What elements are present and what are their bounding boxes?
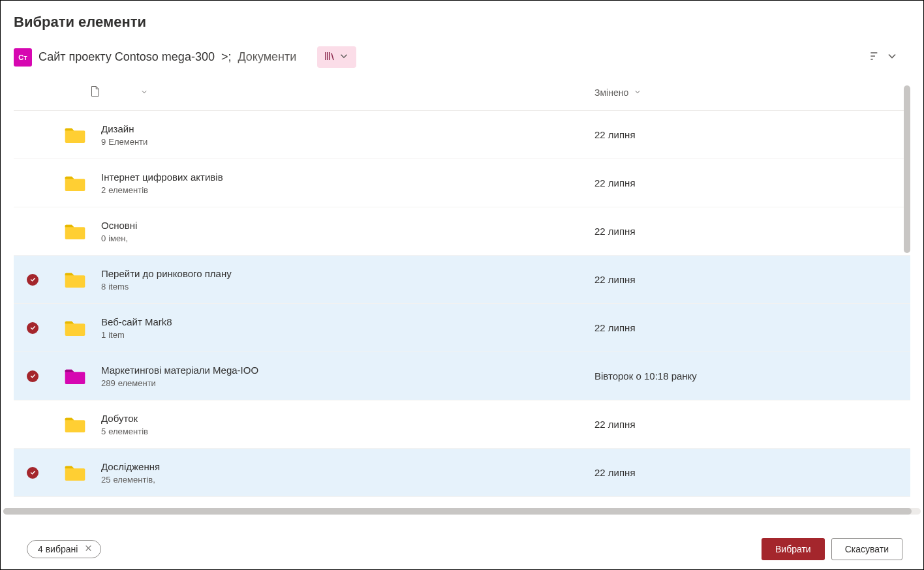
item-count: 5 — [101, 427, 106, 436]
modified-column-label: Змінено — [594, 87, 628, 98]
horizontal-scrollbar[interactable] — [3, 508, 921, 515]
folder-icon — [62, 415, 88, 434]
item-modified: 22 липня — [594, 274, 882, 285]
modified-column-header[interactable]: Змінено — [594, 87, 882, 98]
breadcrumb-current: Документи — [238, 50, 296, 64]
sort-icon — [869, 50, 882, 65]
file-list: Змінено Дизайн 9 Елементи 22 липня — [14, 74, 910, 526]
library-view-toggle[interactable] — [317, 46, 356, 68]
item-name: Дослідження — [101, 461, 594, 472]
folder-icon — [62, 319, 88, 337]
item-modified: 22 липня — [594, 467, 882, 478]
item-count-label: імен, — [108, 233, 128, 243]
item-count: 25 — [101, 475, 110, 485]
item-count: 289 — [101, 378, 116, 388]
item-count-label: items — [108, 282, 129, 292]
item-modified: 22 липня — [594, 129, 882, 140]
item-modified: 22 липня — [594, 226, 882, 237]
chevron-down-icon — [886, 50, 899, 65]
file-type-column-icon[interactable] — [89, 84, 100, 100]
row-checkbox[interactable] — [23, 370, 42, 382]
item-name: Дизайн — [101, 123, 594, 134]
item-count: 2 — [101, 185, 106, 195]
folder-icon — [62, 271, 88, 289]
dialog-title: Вибрати елементи — [14, 14, 910, 31]
folder-icon — [62, 464, 88, 482]
vertical-scrollbar[interactable] — [904, 85, 910, 504]
sort-menu-button[interactable] — [863, 47, 904, 67]
item-name: Перейти до ринкового плану — [101, 268, 594, 279]
list-header: Змінено — [14, 74, 910, 111]
list-item[interactable]: Веб-сайт Mark8 1 item 22 липня — [14, 304, 910, 352]
item-name: Основні — [101, 220, 594, 231]
list-item[interactable]: Добуток 5 елементів 22 липня — [14, 400, 910, 449]
item-modified: 22 липня — [594, 177, 882, 188]
item-count: 8 — [101, 282, 106, 292]
item-modified: 22 липня — [594, 322, 882, 333]
item-name: Добуток — [101, 413, 594, 424]
list-item[interactable]: Маркетингові матеріали Mega-IOO 289 елем… — [14, 352, 910, 400]
folder-icon — [62, 174, 88, 192]
breadcrumb: Ст Сайт проекту Contoso mega-300 >; Доку… — [14, 46, 910, 68]
close-icon[interactable] — [84, 544, 93, 554]
list-item[interactable]: Перейти до ринкового плану 8 items 22 ли… — [14, 256, 910, 304]
item-name: Веб-сайт Mark8 — [101, 316, 594, 327]
item-count-label: елементів — [108, 185, 148, 195]
dialog-footer: 4 вибрані Вибрати Скасувати — [14, 526, 910, 569]
item-modified: 22 липня — [594, 419, 882, 430]
select-button[interactable]: Вибрати — [762, 538, 825, 560]
row-checkbox[interactable] — [23, 274, 42, 286]
item-count-label: елементи — [118, 378, 156, 388]
item-count-label: Елементи — [108, 137, 147, 147]
item-count-label: елементів, — [113, 475, 155, 485]
breadcrumb-site[interactable]: Сайт проекту Contoso mega-300 — [38, 50, 215, 64]
list-item[interactable]: Інтернет цифрових активів 2 елементів 22… — [14, 159, 910, 207]
item-count: 1 — [101, 330, 106, 340]
chevron-down-icon — [634, 87, 641, 98]
item-count: 9 — [101, 137, 106, 147]
item-count: 0 — [101, 233, 106, 243]
folder-icon — [62, 126, 88, 144]
name-column-header[interactable] — [108, 87, 594, 98]
row-checkbox[interactable] — [23, 467, 42, 479]
folder-icon — [62, 222, 88, 241]
item-modified: Вівторок о 10:18 ранку — [594, 370, 882, 382]
selection-count-label: 4 вибрані — [38, 544, 78, 554]
list-item[interactable]: Дослідження 25 елементів, 22 липня — [14, 449, 910, 497]
list-item[interactable]: Дизайн 9 Елементи 22 липня — [14, 111, 910, 159]
site-icon: Ст — [14, 48, 32, 67]
item-name: Інтернет цифрових активів — [101, 172, 594, 183]
selection-count-chip[interactable]: 4 вибрані — [27, 540, 101, 558]
item-name: Маркетингові матеріали Mega-IOO — [101, 365, 594, 376]
library-icon — [324, 50, 335, 64]
item-count-label: елементів — [108, 427, 148, 436]
row-checkbox[interactable] — [23, 322, 42, 334]
item-count-label: item — [108, 330, 125, 340]
chevron-down-icon — [338, 50, 350, 64]
folder-icon — [62, 367, 88, 385]
chevron-down-icon — [140, 87, 148, 98]
breadcrumb-separator: >; — [221, 50, 232, 64]
cancel-button[interactable]: Скасувати — [831, 538, 902, 560]
list-item[interactable]: Основні 0 імен, 22 липня — [14, 207, 910, 256]
